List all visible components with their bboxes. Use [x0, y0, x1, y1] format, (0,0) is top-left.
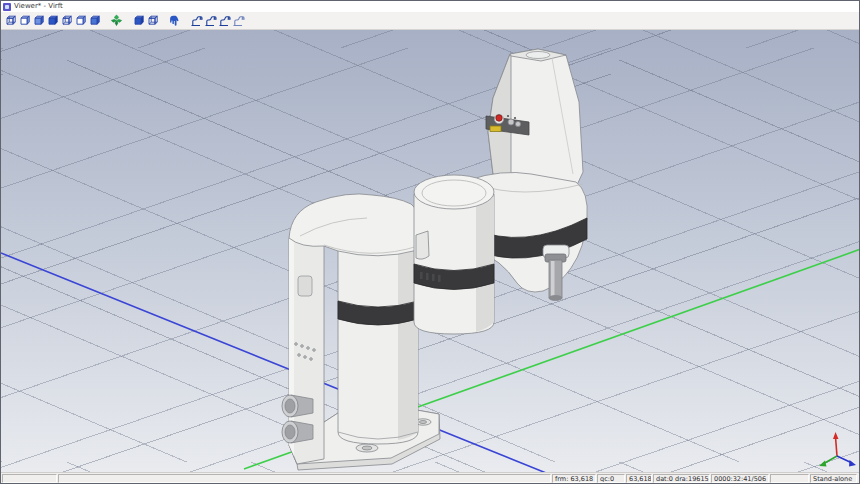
robot-yellow-label [490, 126, 501, 132]
robot-tool-4-button[interactable] [231, 13, 245, 28]
robot-joint-cylinder [414, 175, 494, 334]
status-count: 63,618 [626, 474, 652, 483]
window-title: Viewer* - Virft [14, 1, 63, 12]
status-empty-right [770, 474, 809, 483]
cube-wireframe-icon [146, 14, 159, 27]
status-time: 0000:32:41/506 [711, 474, 769, 483]
render-solid-button[interactable] [45, 13, 59, 28]
robot-tool-1-button[interactable] [189, 13, 203, 28]
cube-solid-icon [132, 14, 145, 27]
toolbar-separator [101, 13, 109, 28]
status-bar: frm: 63,618qc:063,618dat:0 dra:196152200… [1, 472, 859, 483]
render-flat-shaded-button[interactable] [87, 13, 101, 28]
robot-arm-icon [232, 14, 245, 27]
toolbar [1, 12, 859, 30]
toolbar-separator [181, 13, 189, 28]
robot-red-button [496, 115, 502, 121]
green-cross-icon [110, 14, 123, 27]
cube-outline-icon [74, 14, 87, 27]
app-icon [3, 3, 11, 11]
render-visible-edges-button[interactable] [59, 13, 73, 28]
triad-z-red [836, 437, 838, 456]
render-hidden-line-button[interactable] [17, 13, 31, 28]
cube-hidden-line-icon [18, 14, 31, 27]
cube-solid-icon [46, 14, 59, 27]
robot-arm-icon [218, 14, 231, 27]
render-wireframe-button[interactable] [3, 13, 17, 28]
cube-edges-icon [60, 14, 73, 27]
viewport-3d[interactable] [1, 30, 859, 472]
hand-icon [168, 14, 181, 27]
scara-robot-model[interactable] [271, 32, 601, 472]
render-shaded-button[interactable] [31, 13, 45, 28]
render-outline-button[interactable] [73, 13, 87, 28]
status-main [58, 474, 551, 483]
display-solid-button[interactable] [131, 13, 145, 28]
display-wireframe-button[interactable] [145, 13, 159, 28]
robot-arm-icon [190, 14, 203, 27]
robot-tool-2-button[interactable] [203, 13, 217, 28]
cube-wireframe-icon [4, 14, 17, 27]
status-frm: frm: 63,618 [552, 474, 596, 483]
robot-tool-3-button[interactable] [217, 13, 231, 28]
orientation-triad [813, 430, 859, 472]
status-dat-dra: dat:0 dra:1961522 [653, 474, 710, 483]
robot-arm-icon [204, 14, 217, 27]
viewer-window: Viewer* - Virft [0, 0, 860, 484]
cube-flat-icon [88, 14, 101, 27]
status-empty-left [2, 474, 57, 483]
cube-shaded-icon [32, 14, 45, 27]
toolbar-separator [123, 13, 131, 28]
status-mode: Stand-alone [810, 474, 857, 483]
status-qc: qc:0 [597, 474, 625, 483]
grab-tool-button[interactable] [167, 13, 181, 28]
title-bar[interactable]: Viewer* - Virft [1, 1, 859, 12]
toolbar-separator [159, 13, 167, 28]
fit-view-button[interactable] [109, 13, 123, 28]
